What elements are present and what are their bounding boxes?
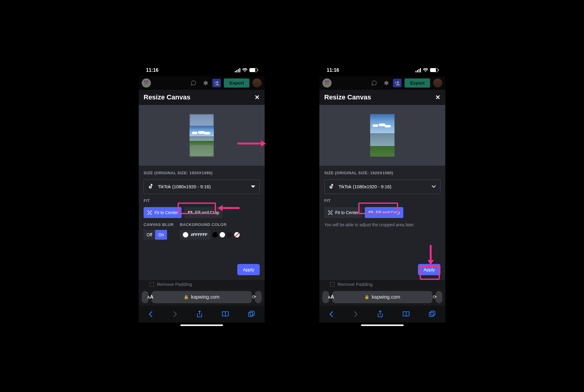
close-icon[interactable]: ✕: [435, 94, 440, 101]
home-indicator: [139, 323, 265, 328]
gear-icon[interactable]: [201, 79, 209, 87]
user-avatar[interactable]: [252, 78, 262, 88]
nav-forward-icon: [353, 311, 358, 317]
blur-off-option[interactable]: Off: [144, 230, 155, 240]
safari-bottom-nav: [139, 306, 265, 323]
preview-thumbnail-fit: [189, 114, 214, 157]
export-button[interactable]: Export: [224, 78, 249, 88]
remove-padding-icon: [150, 282, 154, 286]
apply-button[interactable]: Apply: [237, 264, 260, 275]
text-size-icon[interactable]: AA: [328, 294, 334, 300]
bgcolor-label: BACKGROUND COLOR: [180, 222, 240, 227]
modal-header: Resize Canvas ✕: [139, 90, 265, 105]
app-toolbar: Export: [139, 76, 265, 90]
fill-and-crop-button[interactable]: Fill and Crop: [365, 207, 403, 218]
size-label: SIZE (ORIGINAL SIZE: 1920X1080): [324, 171, 440, 175]
address-field[interactable]: AA 🔒 kapwing.com ⟳: [332, 291, 433, 303]
apply-button[interactable]: Apply: [418, 264, 440, 275]
share-icon[interactable]: [196, 310, 203, 318]
wifi-icon: [423, 68, 428, 72]
canvas-preview: [139, 105, 265, 166]
tabs-icon[interactable]: [248, 311, 255, 317]
fit-to-center-button[interactable]: Fit to Center: [324, 207, 362, 218]
tabs-icon[interactable]: [429, 311, 436, 317]
chevron-down-icon: [251, 185, 255, 188]
safari-address-bar: AA 🔒 kapwing.com ⟳: [319, 289, 445, 306]
swatch-current: [183, 232, 188, 238]
remove-padding-row[interactable]: Remove Padding: [319, 280, 445, 289]
tiktok-icon: [148, 184, 154, 190]
size-selected-value: TikTok (1080x1920 - 9:16): [339, 184, 391, 189]
bgcolor-value-chip[interactable]: #FFFFFF: [180, 230, 210, 240]
address-field[interactable]: AA 🔒 kapwing.com ⟳: [151, 291, 252, 303]
ios-status-bar: 11:16: [319, 64, 445, 76]
user-avatar[interactable]: [433, 78, 442, 88]
lock-icon: 🔒: [364, 295, 369, 299]
safari-bottom-nav: [319, 306, 445, 323]
wifi-icon: [242, 68, 248, 72]
add-user-icon[interactable]: [212, 79, 221, 87]
export-button[interactable]: Export: [405, 78, 430, 88]
remove-padding-row[interactable]: Remove Padding: [139, 280, 265, 289]
fit-to-center-button[interactable]: Fit to Center: [144, 207, 182, 218]
fill-crop-icon: [188, 210, 193, 215]
phone-screenshot-left: 11:16 Export Resize Canvas ✕: [139, 64, 265, 328]
share-icon[interactable]: [377, 310, 383, 318]
arrow-to-fill-crop: [218, 205, 240, 211]
reload-icon[interactable]: ⟳: [433, 294, 437, 300]
remove-padding-icon: [330, 282, 335, 286]
bookmarks-icon[interactable]: [402, 311, 410, 317]
nav-back-icon[interactable]: [329, 311, 334, 317]
add-user-icon[interactable]: [393, 79, 401, 87]
lock-icon: 🔒: [184, 295, 189, 299]
battery-icon: [430, 68, 438, 72]
chevron-down-icon: [432, 185, 436, 188]
text-size-icon[interactable]: AA: [147, 294, 153, 300]
fill-and-crop-button[interactable]: Fill and Crop: [184, 207, 223, 218]
swatch-dark[interactable]: [227, 232, 232, 238]
size-label: SIZE (ORIGINAL SIZE: 1920X1080): [144, 171, 260, 175]
close-icon[interactable]: ✕: [255, 94, 260, 101]
tiktok-icon: [329, 184, 335, 190]
transition-arrow: [237, 140, 266, 147]
battery-icon: [249, 68, 257, 72]
app-logo[interactable]: [142, 78, 151, 88]
fit-center-icon: [328, 210, 333, 215]
reload-icon[interactable]: ⟳: [252, 294, 256, 300]
svg-rect-1: [250, 311, 254, 315]
size-select[interactable]: TikTok (1080x1920 - 9:16): [324, 179, 440, 194]
clock: 11:16: [327, 68, 339, 73]
safari-address-bar: AA 🔒 kapwing.com ⟳: [139, 289, 265, 306]
swatch-black[interactable]: [212, 232, 218, 238]
svg-rect-2: [429, 312, 433, 317]
gear-icon[interactable]: [381, 79, 390, 87]
signal-icon: [415, 68, 421, 72]
blur-on-option[interactable]: On: [155, 230, 167, 240]
home-indicator: [319, 323, 445, 328]
bookmarks-icon[interactable]: [222, 311, 229, 317]
swatch-none[interactable]: [234, 232, 240, 238]
clock: 11:16: [146, 68, 158, 73]
size-select[interactable]: TikTok (1080x1920 - 9:16): [144, 179, 260, 194]
url-domain: kapwing.com: [191, 294, 219, 300]
modal-title: Resize Canvas: [144, 93, 190, 101]
comment-icon[interactable]: [189, 79, 198, 87]
fill-crop-icon: [368, 210, 373, 215]
app-toolbar: Export: [319, 76, 445, 90]
canvas-blur-toggle[interactable]: Off On: [144, 230, 174, 240]
app-logo[interactable]: [322, 78, 332, 88]
canvas-blur-label: CANVAS BLUR: [144, 222, 174, 227]
canvas-preview: [319, 105, 445, 166]
resize-form: SIZE (ORIGINAL SIZE: 1920X1080) TikTok (…: [319, 166, 445, 280]
comment-icon[interactable]: [370, 79, 378, 87]
url-domain: kapwing.com: [372, 294, 400, 300]
nav-back-icon[interactable]: [148, 311, 153, 317]
svg-rect-3: [431, 311, 435, 315]
modal-title: Resize Canvas: [324, 93, 371, 101]
preview-thumbnail-fill: [370, 114, 395, 157]
nav-forward-icon: [172, 311, 177, 317]
size-selected-value: TikTok (1080x1920 - 9:16): [158, 184, 211, 189]
fit-center-icon: [147, 210, 152, 215]
swatch-white[interactable]: [220, 232, 225, 238]
signal-icon: [235, 68, 240, 72]
